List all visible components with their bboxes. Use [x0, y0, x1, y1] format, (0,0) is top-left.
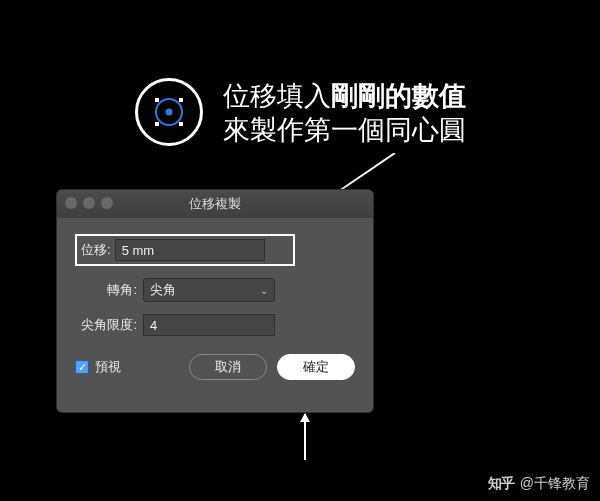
corner-select[interactable]: 尖角 ⌄: [143, 278, 275, 302]
preview-checkbox[interactable]: ✓ 預視: [75, 358, 121, 376]
cancel-button[interactable]: 取消: [189, 354, 267, 380]
miter-input[interactable]: [143, 314, 275, 336]
offset-label: 位移:: [81, 241, 115, 259]
miter-label: 尖角限度:: [75, 316, 143, 334]
concentric-circle-icon: [135, 78, 203, 146]
offset-row: 位移:: [75, 234, 355, 266]
ok-button[interactable]: 確定: [277, 354, 355, 380]
annotation-line-1: 位移填入剛剛的數值: [223, 80, 466, 114]
offset-input[interactable]: [115, 239, 265, 261]
corner-row: 轉角: 尖角 ⌄: [75, 278, 355, 302]
target-icon-svg: [150, 93, 188, 131]
dialog-footer: ✓ 預視 取消 確定: [75, 354, 355, 380]
watermark: 知乎 @千锋教育: [488, 475, 590, 493]
offset-path-dialog: 位移複製 位移: 轉角: 尖角 ⌄ 尖角限度:: [56, 189, 374, 413]
annotation-line1-bold: 剛剛的數值: [331, 81, 466, 111]
close-icon[interactable]: [65, 197, 77, 209]
checkbox-checked-icon: ✓: [75, 360, 89, 374]
window-controls[interactable]: [65, 197, 113, 209]
ok-button-arrow: [304, 414, 306, 460]
svg-rect-2: [179, 98, 183, 102]
preview-label: 預視: [95, 358, 121, 376]
dialog-title: 位移複製: [189, 195, 241, 213]
dialog-body: 位移: 轉角: 尖角 ⌄ 尖角限度: ✓ 預視: [57, 218, 373, 392]
zoom-icon[interactable]: [101, 197, 113, 209]
annotation-line1-prefix: 位移填入: [223, 81, 331, 111]
chevron-down-icon: ⌄: [260, 285, 268, 296]
zhihu-logo: 知乎: [488, 475, 514, 493]
corner-label: 轉角:: [75, 281, 143, 299]
dialog-titlebar[interactable]: 位移複製: [57, 190, 373, 218]
svg-point-5: [166, 109, 173, 116]
ok-label: 確定: [303, 358, 329, 376]
corner-select-value: 尖角: [150, 281, 176, 299]
miter-row: 尖角限度:: [75, 314, 355, 336]
annotation-line-2: 來製作第一個同心圓: [223, 114, 466, 148]
annotation-text: 位移填入剛剛的數值 來製作第一個同心圓: [223, 80, 466, 148]
minimize-icon[interactable]: [83, 197, 95, 209]
svg-rect-3: [155, 122, 159, 126]
cancel-label: 取消: [215, 358, 241, 376]
watermark-author: @千锋教育: [520, 475, 590, 493]
svg-rect-4: [179, 122, 183, 126]
offset-highlight: 位移:: [75, 234, 295, 266]
svg-rect-1: [155, 98, 159, 102]
